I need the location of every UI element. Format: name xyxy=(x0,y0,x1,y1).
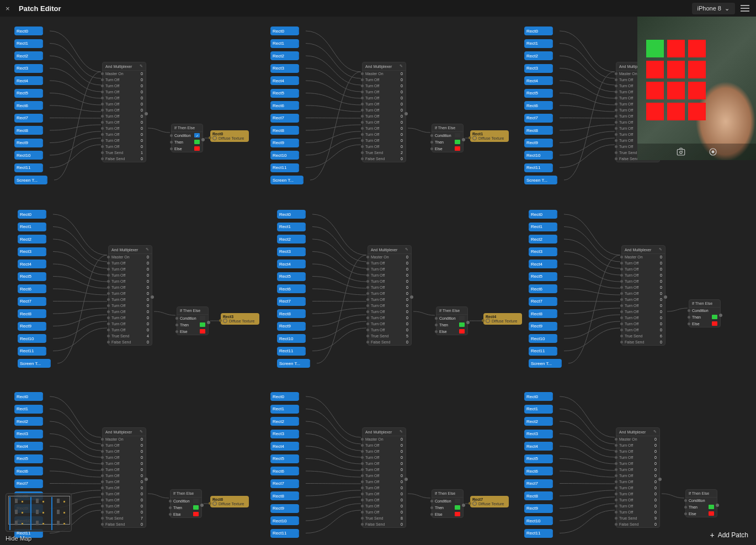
minimap[interactable] xyxy=(6,493,72,532)
preview-grid-cell[interactable] xyxy=(688,82,706,99)
rect-node[interactable]: Rect8 xyxy=(529,309,557,318)
rect-node[interactable]: Rect6 xyxy=(529,284,557,293)
preview-grid-cell[interactable] xyxy=(688,61,706,78)
rect-node[interactable]: Rect8 xyxy=(14,126,43,135)
rect-node[interactable]: Rect5 xyxy=(18,272,46,281)
rect-node[interactable]: Rect9 xyxy=(270,504,299,513)
rect-node[interactable]: Rect2 xyxy=(14,51,43,60)
preview-grid-cell[interactable] xyxy=(667,103,685,120)
rect-node[interactable]: Rect4 xyxy=(270,442,299,451)
rect-node[interactable]: Rect3 xyxy=(18,247,46,256)
rect-node[interactable]: Rect4 xyxy=(270,76,299,85)
rect-node[interactable]: Rect10 xyxy=(277,334,306,343)
rect-node[interactable]: Rect4 xyxy=(14,76,43,85)
rect-node[interactable]: Rect11 xyxy=(270,529,299,538)
rect-node[interactable]: Rect8 xyxy=(270,491,299,500)
preview-grid-cell[interactable] xyxy=(667,61,685,78)
rect-node[interactable]: Rect1 xyxy=(529,223,557,231)
rect-node[interactable]: Rect1 xyxy=(14,39,43,48)
rect-node[interactable]: Rect0 xyxy=(270,392,299,401)
rect-node[interactable]: Rect10 xyxy=(524,151,553,160)
rect-node[interactable]: Rect1 xyxy=(14,405,43,414)
rect-node[interactable]: Rect5 xyxy=(277,272,306,281)
rect-node[interactable]: Rect11 xyxy=(277,347,306,356)
screen-tap-node[interactable]: Screen T... xyxy=(277,359,310,368)
output-node[interactable]: Rect6Diffuse Texture xyxy=(210,496,249,507)
close-icon[interactable]: × xyxy=(6,4,15,13)
rect-node[interactable]: Rect0 xyxy=(529,210,557,219)
rect-node[interactable]: Rect4 xyxy=(524,442,553,451)
preview-grid-cell[interactable] xyxy=(646,103,664,120)
rect-node[interactable]: Rect9 xyxy=(524,139,553,147)
rect-node[interactable]: Rect8 xyxy=(277,309,306,318)
rect-node[interactable]: Rect6 xyxy=(18,284,46,293)
screen-tap-node[interactable]: Screen T... xyxy=(270,176,304,184)
rect-node[interactable]: Rect1 xyxy=(524,39,553,48)
rect-node[interactable]: Rect7 xyxy=(14,114,43,123)
record-icon[interactable] xyxy=(708,147,718,157)
rect-node[interactable]: Rect6 xyxy=(524,467,553,475)
rect-node[interactable]: Rect11 xyxy=(524,163,553,172)
if-then-else-node[interactable]: If Then Else Condition Then Else xyxy=(170,489,202,518)
rect-node[interactable]: Rect7 xyxy=(14,479,43,488)
rect-node[interactable]: Rect7 xyxy=(270,114,299,123)
rect-node[interactable]: Rect11 xyxy=(270,163,299,172)
rect-node[interactable]: Rect10 xyxy=(524,516,553,525)
switch-camera-icon[interactable] xyxy=(676,147,686,157)
rect-node[interactable]: Rect1 xyxy=(18,223,46,231)
rect-node[interactable]: Rect9 xyxy=(277,322,306,331)
rect-node[interactable]: Rect3 xyxy=(14,64,43,73)
rect-node[interactable]: Rect7 xyxy=(277,297,306,306)
rect-node[interactable]: Rect5 xyxy=(270,89,299,98)
rect-node[interactable]: Rect8 xyxy=(18,309,46,318)
rect-node[interactable]: Rect5 xyxy=(524,89,553,98)
rect-node[interactable]: Rect11 xyxy=(524,529,553,538)
hamburger-menu-icon[interactable] xyxy=(741,3,752,14)
preview-grid-cell[interactable] xyxy=(688,103,706,120)
rect-node[interactable]: Rect10 xyxy=(529,334,557,343)
output-node[interactable]: Rect7Diffuse Texture xyxy=(470,496,509,507)
rect-node[interactable]: Rect6 xyxy=(524,101,553,110)
rect-node[interactable]: Rect2 xyxy=(14,417,43,426)
rect-node[interactable]: Rect2 xyxy=(270,417,299,426)
rect-node[interactable]: Rect2 xyxy=(277,235,306,244)
if-then-else-node[interactable]: If Then Else Condition Then Else xyxy=(436,306,468,335)
preview-grid-cell[interactable] xyxy=(646,82,664,99)
preview-grid-cell[interactable] xyxy=(646,61,664,78)
rect-node[interactable]: Rect7 xyxy=(18,297,46,306)
preview-grid-cell[interactable] xyxy=(646,40,664,57)
rect-node[interactable]: Rect11 xyxy=(18,347,46,356)
rect-node[interactable]: Rect7 xyxy=(524,479,553,488)
screen-tap-node[interactable]: Screen T... xyxy=(529,359,562,368)
rect-node[interactable]: Rect6 xyxy=(277,284,306,293)
rect-node[interactable]: Rect0 xyxy=(14,27,43,35)
rect-node[interactable]: Rect4 xyxy=(529,260,557,268)
and-multiplexer-node[interactable]: And Multiplexer✎Master On0Turn Off0Turn … xyxy=(102,62,146,162)
rect-node[interactable]: Rect3 xyxy=(270,64,299,73)
if-then-else-node[interactable]: If Then Else Condition Then Else xyxy=(689,299,721,327)
rect-node[interactable]: Rect3 xyxy=(270,430,299,438)
and-multiplexer-node[interactable]: And Multiplexer✎Master On0Turn Off0Turn … xyxy=(102,427,146,528)
screen-tap-node[interactable]: Screen T... xyxy=(18,359,51,368)
and-multiplexer-node[interactable]: And Multiplexer✎Master On0Turn Off0Turn … xyxy=(621,245,666,346)
if-then-else-node[interactable]: If Then Else Condition Then Else xyxy=(177,306,209,335)
output-node[interactable]: Rect3Diffuse Texture xyxy=(221,313,259,325)
hide-map-button[interactable]: Hide Map xyxy=(6,535,72,542)
rect-node[interactable]: Rect0 xyxy=(524,27,553,35)
rect-node[interactable]: Rect7 xyxy=(529,297,557,306)
rect-node[interactable]: Rect11 xyxy=(529,347,557,356)
output-node[interactable]: Rect0Diffuse Texture xyxy=(210,130,249,142)
rect-node[interactable]: Rect3 xyxy=(524,430,553,438)
rect-node[interactable]: Rect0 xyxy=(524,392,553,401)
rect-node[interactable]: Rect0 xyxy=(14,392,43,401)
and-multiplexer-node[interactable]: And Multiplexer✎Master On0Turn Off0Turn … xyxy=(368,245,412,346)
rect-node[interactable]: Rect4 xyxy=(524,76,553,85)
rect-node[interactable]: Rect1 xyxy=(270,39,299,48)
screen-tap-node[interactable]: Screen T... xyxy=(524,176,557,184)
output-node[interactable]: Rect4Diffuse Texture xyxy=(483,313,522,325)
output-node[interactable]: Rect1Diffuse Texture xyxy=(470,130,509,142)
rect-node[interactable]: Rect2 xyxy=(18,235,46,244)
rect-node[interactable]: Rect3 xyxy=(529,247,557,256)
rect-node[interactable]: Rect3 xyxy=(14,430,43,438)
rect-node[interactable]: Rect6 xyxy=(14,467,43,475)
